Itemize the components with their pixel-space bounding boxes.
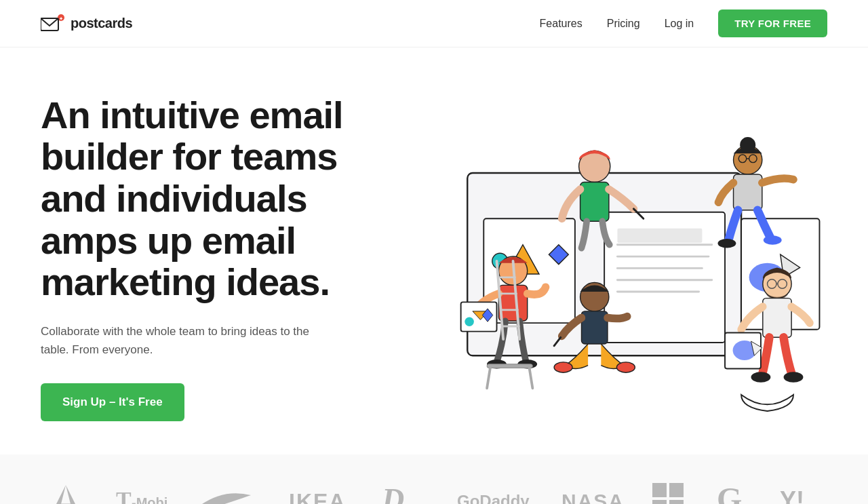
svg-rect-30 — [580, 182, 609, 221]
svg-text:IKEA: IKEA — [289, 489, 346, 504]
svg-marker-61 — [52, 485, 66, 504]
logo-nike — [197, 485, 258, 504]
logos-section: T -Mobile IKEA D GoDaddy NASA — [0, 454, 868, 504]
try-for-free-button[interactable]: TRY FOR FREE — [718, 9, 827, 37]
logo-ikea: IKEA — [288, 485, 349, 504]
logo-nasa: NASA — [560, 485, 621, 504]
svg-text:GoDaddy: GoDaddy — [457, 492, 530, 504]
svg-text:Y!: Y! — [780, 486, 804, 504]
hero-content: An intuitive email builder for teams and… — [41, 94, 393, 421]
svg-rect-72 — [652, 500, 667, 504]
svg-point-33 — [740, 137, 755, 153]
logo-microsoft — [651, 482, 685, 504]
svg-rect-37 — [734, 174, 762, 210]
svg-rect-70 — [652, 483, 667, 497]
svg-text:✦: ✦ — [59, 16, 63, 21]
logo-adobe — [49, 482, 83, 504]
svg-point-38 — [717, 239, 736, 248]
logo-link[interactable]: ✦ postcards — [41, 14, 132, 33]
nav-pricing[interactable]: Pricing — [607, 18, 640, 30]
svg-line-24 — [530, 368, 533, 389]
svg-rect-22 — [487, 364, 532, 368]
nav-features[interactable]: Features — [540, 18, 583, 30]
svg-rect-19 — [498, 285, 527, 321]
svg-rect-73 — [669, 500, 684, 504]
team-illustration-svg — [420, 88, 827, 427]
nav-login[interactable]: Log in — [665, 18, 694, 30]
svg-text:G: G — [717, 482, 742, 504]
svg-point-50 — [751, 372, 771, 382]
nav-links: Features Pricing Log in TRY FOR FREE — [540, 9, 827, 37]
svg-line-23 — [487, 368, 490, 389]
svg-point-51 — [784, 372, 804, 382]
logo-yahoo: Y! — [778, 482, 819, 504]
logo-icon: ✦ — [41, 14, 65, 33]
hero-title: An intuitive email builder for teams and… — [41, 94, 393, 303]
svg-point-44 — [616, 362, 635, 372]
logo-text: postcards — [71, 16, 132, 31]
hero-section: An intuitive email builder for teams and… — [0, 47, 868, 454]
svg-text:D: D — [381, 482, 404, 504]
hero-illustration — [420, 88, 827, 427]
svg-rect-14 — [617, 229, 702, 243]
svg-point-39 — [764, 235, 782, 244]
logo-tmobile: T -Mobile — [113, 482, 167, 504]
navigation: ✦ postcards Features Pricing Log in TRY … — [0, 0, 868, 47]
svg-rect-41 — [582, 311, 608, 344]
svg-text:T: T — [116, 487, 132, 504]
svg-text:NASA: NASA — [561, 490, 621, 504]
hero-subtitle: Collaborate with the whole team to bring… — [41, 322, 312, 359]
logo-disney: D — [378, 482, 426, 504]
signup-button[interactable]: Sign Up – It's Free — [41, 383, 184, 421]
svg-marker-62 — [66, 485, 79, 504]
svg-text:-Mobile: -Mobile — [132, 495, 167, 504]
logo-godaddy: GoDaddy — [456, 485, 530, 504]
logo-google: G — [715, 482, 749, 504]
svg-point-28 — [465, 317, 473, 326]
logo-svg: ✦ — [41, 14, 65, 33]
svg-point-43 — [554, 362, 572, 372]
svg-rect-71 — [669, 483, 684, 497]
svg-rect-49 — [763, 298, 791, 338]
